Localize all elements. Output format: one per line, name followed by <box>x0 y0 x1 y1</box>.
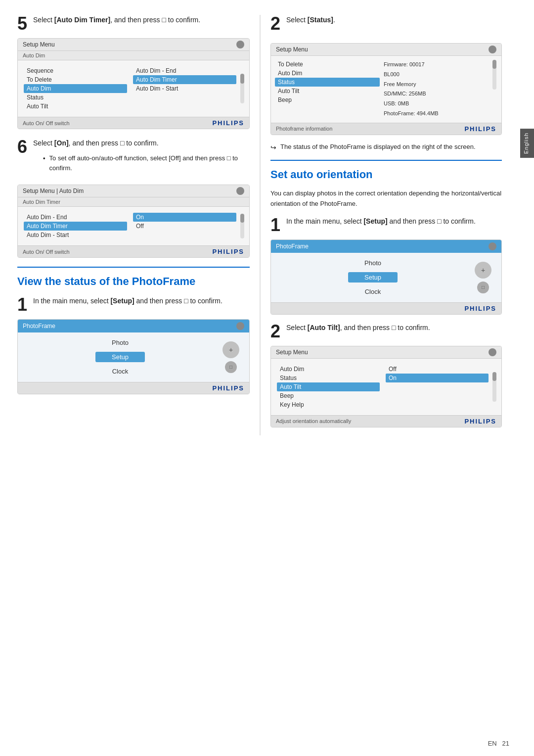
step5-close-btn <box>236 41 244 48</box>
step5-bold: [Auto Dim Timer] <box>54 16 110 24</box>
step1-right-footer: PHILIPS <box>271 302 501 314</box>
step1-right-ui-header: PhotoFrame <box>271 240 501 253</box>
step5-number: 5 <box>17 15 27 33</box>
step2-right2-submenu-col: Off On <box>384 363 490 411</box>
step6-submenu-col: On Off <box>131 211 238 241</box>
step6-submenu-on: On <box>133 213 236 222</box>
page-prefix: EN <box>488 740 497 747</box>
step2-right-header-text: Setup Menu <box>276 46 308 53</box>
step1-right-header-text: PhotoFrame <box>276 243 309 250</box>
step6-section: 6 Select [On], and then press □ to confi… <box>17 138 250 258</box>
status-menu-status: Status <box>275 78 380 87</box>
step1-right-ok-btn: □ <box>477 282 489 293</box>
step1-left-ui-body: Photo Setup Clock + □ <box>18 332 249 382</box>
step6-menu-timer: Auto Dim Timer <box>24 222 127 231</box>
step1-right-text: In the main menu, select [Setup] and the… <box>286 216 476 227</box>
step1-left-bold: [Setup] <box>110 297 134 305</box>
bullet-dot: • <box>43 153 45 173</box>
status-freemem-label: Free Memory <box>384 80 489 90</box>
step5-ui-header: Setup Menu <box>18 39 249 51</box>
step6-bold: [On] <box>54 139 69 147</box>
step1-right-menu-setup: Setup <box>348 272 398 283</box>
auto-orient-divider <box>270 160 502 161</box>
step5-scrollbar <box>240 64 245 113</box>
status-firmware: Firmware: 00017 <box>384 60 489 70</box>
step1-left-footer: PHILIPS <box>18 382 249 394</box>
step2-right2-philips-logo: PHILIPS <box>464 418 496 425</box>
step5-menu-sequence: Sequence <box>24 66 127 75</box>
step1-left-ui-box: PhotoFrame Photo Setup Clock + □ <box>17 319 250 394</box>
step5-submenu-end: Auto Dim - End <box>133 66 236 75</box>
status-menu-autotilt: Auto Tilt <box>275 87 380 95</box>
auto-orient-title: Set auto orientation <box>270 168 502 182</box>
step2-right-philips-logo: PHILIPS <box>464 125 496 133</box>
step2-right2-header-text: Setup Menu <box>276 349 308 356</box>
step2-right-info-col: Firmware: 00017 BL000 Free Memory SD/MMC… <box>384 60 489 119</box>
step6-sub-header: Auto Dim Timer <box>18 197 249 207</box>
step2-right-footer: Photoframe information PHILIPS <box>271 123 501 135</box>
step5-menu-col: Sequence To Delete Auto Dim Status Auto … <box>22 64 129 113</box>
autotilt-submenu-on: On <box>386 374 489 382</box>
auto-orient-desc: You can display photos in the correct or… <box>270 189 502 209</box>
status-sdmmc: SD/MMC: 256MB <box>384 89 489 99</box>
step2-right2-ui-header: Setup Menu <box>271 346 501 359</box>
step1-right-menu-clock: Clock <box>355 286 391 297</box>
left-column: 5 Select [Auto Dim Timer], and then pres… <box>17 15 260 435</box>
step2-right2-content: Select [Auto Tilt], and then press □ to … <box>286 323 430 338</box>
sidebar-language-tab: English <box>520 129 534 158</box>
step6-off-bold: [Off] <box>169 154 180 162</box>
step6-header-text: Setup Menu | Auto Dim <box>23 188 84 194</box>
step6-footer-left: Auto On/ Off switch <box>23 249 70 255</box>
view-status-divider <box>17 267 250 268</box>
step6-ui-footer: Auto On/ Off switch PHILIPS <box>18 245 249 257</box>
step2-right-number: 2 <box>270 15 280 33</box>
step6-menu-end: Auto Dim - End <box>24 213 127 222</box>
step2-right-bold: [Status] <box>308 16 333 24</box>
step1-left-philips-logo: PHILIPS <box>212 384 244 392</box>
step6-scrollbar <box>240 211 245 241</box>
view-status-title: View the status of the PhotoFrame <box>17 275 250 289</box>
step6-text: Select [On], and then press □ to confirm… <box>33 138 250 148</box>
step6-menu-start: Auto Dim - Start <box>24 231 127 239</box>
step2-right-menu-col: To Delete Auto Dim Status Auto Tilt Beep <box>275 60 380 119</box>
step1-left-section: 1 In the main menu, select [Setup] and t… <box>17 296 250 394</box>
step1-left-nav-btn: + <box>222 341 239 358</box>
autotilt-menu-beep: Beep <box>277 391 380 400</box>
arrow-note-text: The status of the PhotoFrame is displaye… <box>280 142 476 152</box>
step1-left-header-controls <box>236 322 244 330</box>
status-menu-todelete: To Delete <box>275 60 380 69</box>
status-build: BL000 <box>384 70 489 80</box>
step2-right2-text: Select [Auto Tilt], and then press □ to … <box>286 323 430 333</box>
step1-left-menu-setup: Setup <box>95 352 145 362</box>
page-num: 21 <box>502 740 509 747</box>
step1-left-ok-btn: □ <box>225 361 237 373</box>
step2-right-content: Select [Status]. <box>286 15 335 30</box>
step1-left-content: In the main menu, select [Setup] and the… <box>33 296 222 311</box>
step1-left-menu-clock: Clock <box>102 366 138 377</box>
step2-right-ui-box: Setup Menu To Delete Auto Dim Status Aut… <box>270 43 502 135</box>
step1-left-text: In the main menu, select [Setup] and the… <box>33 296 222 306</box>
step5-submenu-start: Auto Dim - Start <box>133 84 236 93</box>
step1-right-section: 1 In the main menu, select [Setup] and t… <box>270 216 502 315</box>
step1-right-menu-photo: Photo <box>355 258 391 268</box>
step2-right2-close-btn <box>489 348 496 356</box>
step1-right-ctrl1 <box>489 242 496 250</box>
step2-right2-section: 2 Select [Auto Tilt], and then press □ t… <box>270 323 502 427</box>
step2-right2-footer-left: Adjust orientation automatically <box>276 418 351 424</box>
step5-menu-todelete: To Delete <box>24 75 127 84</box>
step1-right-ui-box: PhotoFrame Photo Setup Clock + □ <box>270 239 502 315</box>
autotilt-menu-status: Status <box>277 374 380 382</box>
step6-bullet: • To set off auto-on/auto-off function, … <box>43 153 250 173</box>
step6-ui-header: Setup Menu | Auto Dim <box>18 185 249 197</box>
step1-left-ui-header: PhotoFrame <box>18 320 249 332</box>
step6-ui-body: Auto Dim - End Auto Dim Timer Auto Dim -… <box>18 207 249 245</box>
step1-right-header-controls <box>489 242 496 250</box>
step2-right2-bold: [Auto Tilt] <box>308 324 340 331</box>
autotilt-submenu-off: Off <box>386 365 489 374</box>
step5-menu-autotilt: Auto Tilt <box>24 102 127 111</box>
step2-right2-number: 2 <box>270 323 280 340</box>
step5-footer-left: Auto On/ Off switch <box>23 120 70 126</box>
step2-right-footer-left: Photoframe information <box>276 126 332 132</box>
step1-right-nav-btn: + <box>475 262 491 279</box>
step1-right-number: 1 <box>270 216 280 234</box>
